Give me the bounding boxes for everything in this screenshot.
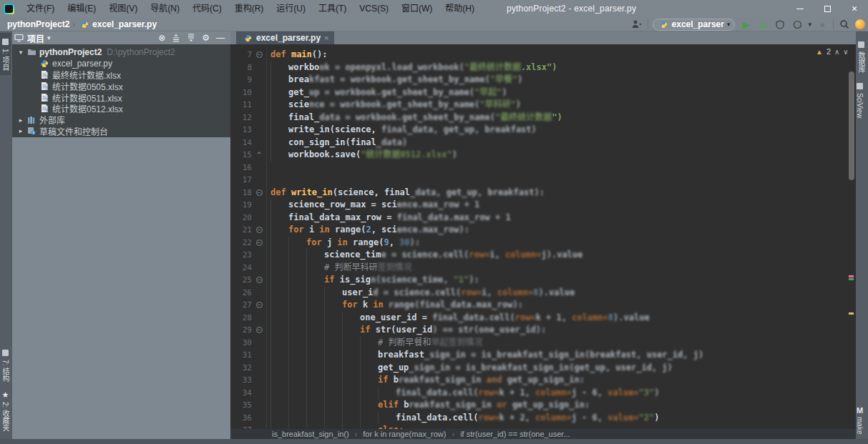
status-breadcrumb-item[interactable]: for k in range(max_row) bbox=[363, 430, 446, 438]
line-number[interactable]: 37 bbox=[230, 424, 252, 429]
toolwindow-button-1[interactable]: 1: 项目 bbox=[0, 33, 11, 75]
line-number[interactable]: 27 bbox=[230, 299, 252, 312]
line-number[interactable]: 25 bbox=[230, 274, 252, 287]
line-number[interactable]: 34 bbox=[230, 387, 252, 400]
line-number[interactable]: 16 bbox=[230, 162, 252, 174]
hide-panel-icon[interactable]: — bbox=[216, 31, 225, 44]
line-number[interactable]: 20 bbox=[230, 212, 252, 225]
line-number[interactable]: 14 bbox=[230, 137, 252, 149]
line-number[interactable]: 24 bbox=[230, 262, 252, 275]
line-number[interactable]: 19 bbox=[230, 199, 252, 212]
line-number[interactable]: 10 bbox=[230, 87, 252, 99]
menubar-item[interactable]: 导航(N) bbox=[144, 0, 186, 17]
fold-marker-icon[interactable]: ^ bbox=[252, 149, 266, 162]
toolwindow-button-[interactable]: 数据库 bbox=[856, 36, 867, 77]
project-panel-title[interactable]: 项目 bbox=[27, 32, 44, 44]
stop-button[interactable]: ■ bbox=[816, 18, 829, 31]
toolwindow-button-7[interactable]: 7: 结构 bbox=[0, 344, 11, 386]
debug-button[interactable] bbox=[756, 18, 769, 31]
profiler-button[interactable] bbox=[791, 18, 804, 31]
locate-file-icon[interactable]: ⊗ bbox=[158, 31, 165, 44]
error-stripe-mark[interactable] bbox=[849, 278, 854, 280]
chevron-right-icon[interactable]: ▸ bbox=[16, 117, 25, 124]
menubar-item[interactable]: 帮助(H) bbox=[439, 0, 481, 17]
breadcrumb-file[interactable]: excel_parser.py bbox=[92, 19, 157, 29]
error-stripe-mark[interactable] bbox=[849, 275, 854, 277]
collapse-all-icon[interactable] bbox=[187, 34, 195, 42]
code-editor[interactable]: 7−def main():8workbook = openpyxl.load_w… bbox=[230, 44, 856, 429]
line-number[interactable]: 9 bbox=[230, 74, 252, 87]
breadcrumb-project[interactable]: pythonProject2 bbox=[7, 19, 69, 29]
run-configuration-select[interactable]: excel_parser ▾ bbox=[653, 19, 736, 31]
tree-item[interactable]: ?统计数据0512.xlsx bbox=[12, 103, 230, 114]
toolwindow-button-SciView[interactable]: SciView bbox=[856, 77, 864, 122]
chevron-down-icon[interactable]: ▾ bbox=[16, 49, 25, 56]
menubar-item[interactable]: 窗口(W) bbox=[395, 0, 439, 17]
inspection-widget[interactable]: ▲ 2 ∧ ∨ bbox=[816, 47, 849, 56]
tab-close-icon[interactable]: × bbox=[324, 34, 328, 42]
menubar-item[interactable]: 文件(F) bbox=[20, 0, 61, 17]
line-number[interactable]: 31 bbox=[230, 349, 252, 362]
line-number[interactable]: 15 bbox=[230, 149, 252, 162]
menubar-item[interactable]: 编辑(E) bbox=[61, 0, 102, 17]
line-number[interactable]: 21 bbox=[230, 224, 252, 237]
fold-marker-icon[interactable]: − bbox=[252, 224, 266, 237]
line-number[interactable]: 28 bbox=[230, 312, 252, 325]
tree-item[interactable]: ▸外部库 bbox=[12, 114, 230, 126]
chevron-down-icon[interactable]: ▾ bbox=[47, 34, 51, 41]
line-number[interactable]: 13 bbox=[230, 124, 252, 137]
menubar-item[interactable]: 重构(R) bbox=[228, 0, 270, 17]
line-number[interactable]: 26 bbox=[230, 287, 252, 300]
chevron-down-icon[interactable]: ▾ bbox=[808, 21, 811, 28]
line-number[interactable]: 17 bbox=[230, 174, 252, 187]
toolwindow-button-2[interactable]: ★2: 收藏夹 bbox=[0, 386, 11, 435]
menubar-item[interactable]: 运行(U) bbox=[270, 0, 312, 17]
search-everywhere-icon[interactable] bbox=[838, 18, 851, 31]
fold-marker-icon[interactable]: − bbox=[252, 187, 266, 199]
menubar-item[interactable]: 视图(V) bbox=[102, 0, 144, 17]
tree-item[interactable]: ?统计数据0511.xlsx bbox=[12, 92, 230, 103]
menubar-item[interactable]: 工具(T) bbox=[312, 0, 353, 17]
expand-all-icon[interactable] bbox=[172, 34, 180, 42]
line-number[interactable]: 33 bbox=[230, 374, 252, 387]
tree-item[interactable]: ▾pythonProject2D:\pythonProject2 bbox=[12, 46, 230, 58]
line-number[interactable]: 30 bbox=[230, 337, 252, 350]
fold-marker-icon[interactable]: − bbox=[252, 237, 266, 250]
line-number[interactable]: 35 bbox=[230, 399, 252, 412]
error-stripe-mark[interactable] bbox=[849, 312, 854, 315]
prev-warning-icon[interactable]: ∧ bbox=[834, 48, 839, 56]
fold-marker-icon[interactable]: − bbox=[252, 274, 266, 287]
tree-item[interactable]: ▸草稿文件和控制台 bbox=[12, 126, 230, 137]
chevron-right-icon[interactable]: ▸ bbox=[16, 127, 25, 134]
fold-marker-icon[interactable]: − bbox=[252, 299, 266, 312]
line-number[interactable]: 23 bbox=[230, 249, 252, 262]
line-number[interactable]: 22 bbox=[230, 237, 252, 250]
minimize-button[interactable] bbox=[786, 0, 814, 17]
next-warning-icon[interactable]: ∨ bbox=[843, 48, 848, 56]
user-dropdown-icon[interactable] bbox=[630, 18, 643, 31]
update-indicator-icon[interactable] bbox=[855, 19, 865, 29]
toolwindow-button-make[interactable]: Mmake bbox=[856, 402, 864, 438]
line-number[interactable]: 11 bbox=[230, 99, 252, 112]
line-number[interactable]: 8 bbox=[230, 61, 252, 74]
maximize-button[interactable] bbox=[814, 0, 841, 17]
tree-item[interactable]: ?最终统计数据.xlsx bbox=[12, 69, 230, 81]
menubar-item[interactable]: VCS(S) bbox=[353, 0, 395, 17]
line-number[interactable]: 32 bbox=[230, 362, 252, 375]
run-with-coverage-button[interactable] bbox=[774, 18, 786, 31]
line-number[interactable]: 7 bbox=[230, 49, 252, 61]
fold-marker-icon[interactable]: − bbox=[252, 49, 266, 61]
run-button[interactable]: ▶ bbox=[739, 18, 752, 31]
line-number[interactable]: 18 bbox=[230, 187, 252, 199]
editor-scrollbar[interactable] bbox=[849, 71, 854, 180]
tree-item[interactable]: excel_parser.py bbox=[12, 58, 230, 69]
status-breadcrumb-item[interactable]: is_breakfast_sign_in() bbox=[272, 430, 349, 438]
close-button[interactable]: × bbox=[841, 0, 868, 17]
settings-gear-icon[interactable]: ⚙ bbox=[202, 31, 210, 44]
line-number[interactable]: 36 bbox=[230, 412, 252, 425]
status-breadcrumb-item[interactable]: if str(user_id) == str(one_user... bbox=[460, 430, 570, 438]
fold-marker-icon[interactable]: − bbox=[252, 324, 266, 337]
line-number[interactable]: 29 bbox=[230, 324, 252, 337]
line-number[interactable]: 12 bbox=[230, 112, 252, 124]
tab-excel-parser[interactable]: excel_parser.py × bbox=[236, 31, 334, 44]
